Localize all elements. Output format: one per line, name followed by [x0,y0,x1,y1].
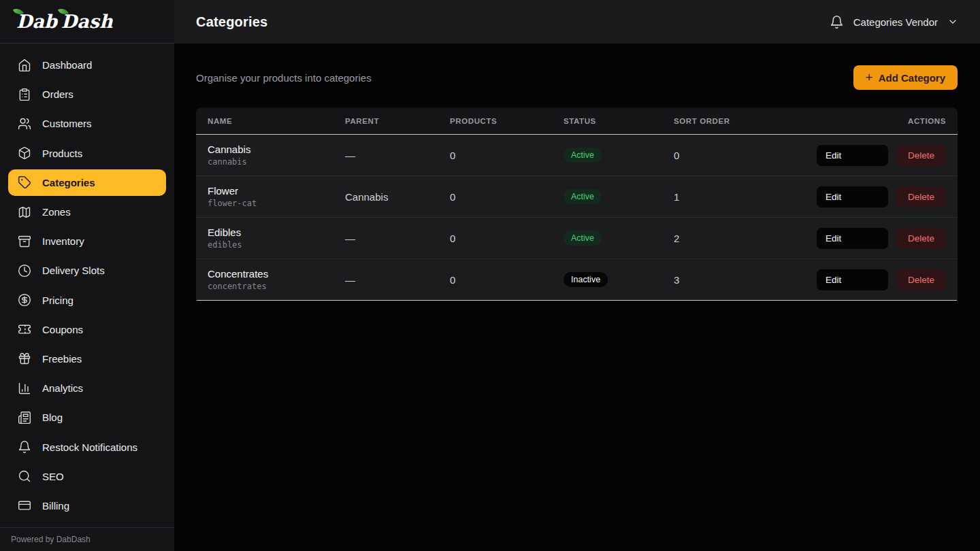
products-count: 0 [450,233,564,244]
column-header-status: Status [564,117,674,125]
category-name: Concentrates [208,268,345,280]
category-slug: cannabis [208,157,345,167]
category-slug: edibles [208,240,345,250]
brand-logo: Dab Dash [16,11,113,32]
chart-icon [18,382,31,395]
sidebar: Dab Dash Dashboard Orders Customers Prod… [0,0,174,551]
users-icon [18,117,31,131]
tag-icon [18,176,31,189]
notification-bell-icon[interactable] [830,15,844,29]
brand-word-dab: Dab [16,11,57,32]
plus-icon: + [866,71,873,84]
app-root: Dab Dash Dashboard Orders Customers Prod… [0,0,980,551]
sidebar-item-blog[interactable]: Blog [8,404,166,431]
parent-value: — [345,274,450,286]
clipboard-icon [18,88,31,101]
category-slug: flower-cat [208,199,345,208]
delete-button[interactable]: Delete [896,186,946,207]
status-badge: Active [564,189,602,204]
table-row: Cannabis cannabis — 0 Active 0 Edit Dele… [196,135,958,176]
table-row: Edibles edibles — 0 Active 2 Edit Delete [196,218,958,259]
sidebar-item-coupons[interactable]: Coupons [8,316,166,343]
sidebar-item-products[interactable]: Products [8,140,166,167]
table-row: Flower flower-cat Cannabis 0 Active 1 Ed… [196,176,958,218]
products-count: 0 [450,191,564,203]
edit-button[interactable]: Edit [817,228,888,249]
add-category-label: Add Category [879,72,945,84]
delete-button[interactable]: Delete [896,228,946,249]
category-name: Flower [208,185,345,197]
newspaper-icon [18,411,31,424]
archive-icon [18,235,31,248]
chevron-down-icon[interactable] [947,16,958,27]
gift-icon [18,352,31,365]
clock-icon [18,264,31,278]
home-icon [18,59,31,72]
table-header-row: Name Parent Products Status Sort Order A… [196,107,958,135]
column-header-parent: Parent [345,117,450,125]
sort-order-value: 1 [674,191,817,203]
vendor-menu[interactable]: Categories Vendor [830,15,958,29]
delete-button[interactable]: Delete [896,269,946,290]
column-header-actions: Actions [908,117,946,125]
content: Organise your products into categories +… [174,44,980,551]
brand-word-dash: Dash [61,11,113,32]
sidebar-item-inventory[interactable]: Inventory [8,228,166,254]
dollar-icon [18,293,31,307]
category-name: Edibles [208,227,345,238]
sort-order-value: 2 [674,233,817,244]
package-icon [18,146,31,160]
delete-button[interactable]: Delete [896,145,946,166]
sidebar-item-freebies[interactable]: Freebies [8,346,166,372]
edit-button[interactable]: Edit [817,145,888,166]
products-count: 0 [450,274,564,286]
credit-card-icon [18,499,31,512]
status-badge: Active [564,148,602,163]
column-header-sort-order: Sort Order [674,117,908,125]
sidebar-footer: Powered by DabDash [0,527,174,551]
sidebar-item-orders[interactable]: Orders [8,81,166,107]
logo-area: Dab Dash [0,0,174,44]
vendor-menu-label[interactable]: Categories Vendor [853,16,938,28]
powered-by-text: Powered by DabDash [11,535,91,544]
search-icon [18,469,31,483]
bell-icon [18,440,31,454]
sidebar-item-delivery-slots[interactable]: Delivery Slots [8,257,166,284]
status-badge: Active [564,231,602,246]
page-title: Categories [196,14,267,30]
content-header: Organise your products into categories +… [196,65,958,90]
category-name: Cannabis [208,144,345,155]
sidebar-item-billing[interactable]: Billing [8,492,166,519]
categories-table: Name Parent Products Status Sort Order A… [196,107,958,301]
edit-button[interactable]: Edit [817,269,888,290]
products-count: 0 [450,150,564,161]
sidebar-item-categories[interactable]: Categories [8,169,166,196]
column-header-name: Name [208,117,345,125]
parent-value: — [345,233,450,244]
main-area: Categories Categories Vendor Organise yo… [174,0,980,551]
column-header-products: Products [450,117,564,125]
parent-value: — [345,150,450,161]
topbar: Categories Categories Vendor [174,0,980,44]
add-category-button[interactable]: + Add Category [853,65,958,90]
table-row: Concentrates concentrates — 0 Inactive 3… [196,259,958,301]
sidebar-item-zones[interactable]: Zones [8,199,166,225]
page-subtitle: Organise your products into categories [196,72,372,84]
sidebar-item-analytics[interactable]: Analytics [8,375,166,401]
parent-value: Cannabis [345,191,450,203]
ticket-icon [18,322,31,336]
status-badge: Inactive [564,272,608,287]
edit-button[interactable]: Edit [817,186,888,207]
table-body: Cannabis cannabis — 0 Active 0 Edit Dele… [196,135,958,301]
sort-order-value: 3 [674,274,817,286]
sidebar-item-restock-notifications[interactable]: Restock Notifications [8,433,166,460]
category-slug: concentrates [208,282,345,291]
sort-order-value: 0 [674,150,817,161]
sidebar-nav: Dashboard Orders Customers Products Cate… [0,44,174,527]
sidebar-item-seo[interactable]: SEO [8,463,166,490]
sidebar-item-customers[interactable]: Customers [8,110,166,137]
sidebar-item-dashboard[interactable]: Dashboard [8,52,166,78]
sidebar-item-pricing[interactable]: Pricing [8,287,166,314]
map-icon [18,205,31,219]
